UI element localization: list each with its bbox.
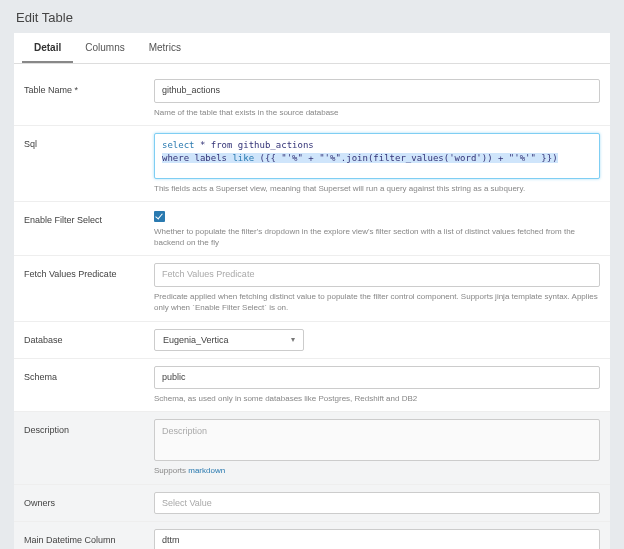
label-owners: Owners — [24, 492, 144, 510]
tab-bar: Detail Columns Metrics — [14, 33, 610, 64]
label-fetch-values-predicate: Fetch Values Predicate — [24, 263, 144, 281]
owners-select[interactable]: Select Value — [154, 492, 600, 514]
schema-input[interactable] — [154, 366, 600, 390]
description-textarea[interactable]: Description — [154, 419, 600, 461]
fetch-values-predicate-input[interactable] — [154, 263, 600, 287]
label-table-name: Table Name * — [24, 79, 144, 97]
hint-table-name: Name of the table that exists in the sou… — [154, 107, 600, 118]
chevron-down-icon: ▾ — [291, 335, 295, 344]
label-enable-filter-select: Enable Filter Select — [24, 209, 144, 227]
page-title: Edit Table — [16, 10, 610, 25]
sql-editor[interactable]: select * from github_actions where label… — [154, 133, 600, 179]
tab-metrics[interactable]: Metrics — [137, 33, 193, 63]
tab-columns[interactable]: Columns — [73, 33, 136, 63]
label-schema: Schema — [24, 366, 144, 384]
hint-sql: This fields acts a Superset view, meanin… — [154, 183, 600, 194]
sql-line-1: select * from github_actions — [162, 139, 592, 153]
hint-schema: Schema, as used only in some databases l… — [154, 393, 600, 404]
hint-description: Supports markdown — [154, 465, 600, 476]
label-sql: Sql — [24, 133, 144, 151]
detail-form: Table Name * Name of the table that exis… — [14, 64, 610, 549]
label-description: Description — [24, 419, 144, 437]
database-select[interactable]: Eugenia_Vertica ▾ — [154, 329, 304, 351]
sql-line-2: where labels like ({{ "'%" + "'%".join(f… — [162, 152, 592, 166]
hint-enable-filter-select: Whether to populate the filter's dropdow… — [154, 226, 600, 248]
database-select-value: Eugenia_Vertica — [163, 335, 229, 345]
main-dttm-input[interactable] — [154, 529, 600, 549]
hint-fetch-values-predicate: Predicate applied when fetching distinct… — [154, 291, 600, 313]
label-main-dttm: Main Datetime Column — [24, 529, 144, 547]
edit-table-panel: Detail Columns Metrics Table Name * Name… — [14, 33, 610, 549]
tab-detail[interactable]: Detail — [22, 33, 73, 63]
label-database: Database — [24, 329, 144, 347]
markdown-link[interactable]: markdown — [188, 466, 225, 475]
table-name-input[interactable] — [154, 79, 600, 103]
enable-filter-select-checkbox[interactable] — [154, 211, 165, 222]
